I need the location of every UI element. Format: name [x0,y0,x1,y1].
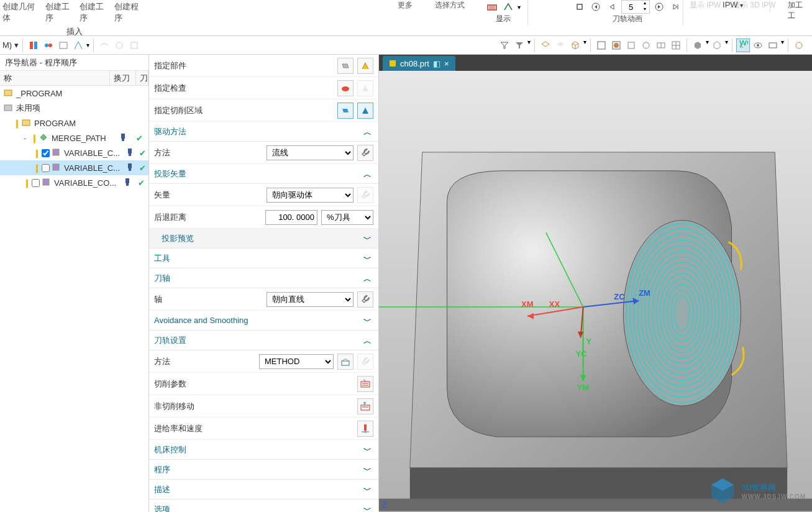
svg-point-29 [796,42,802,48]
skip-fwd-icon[interactable] [668,0,682,14]
tool-section[interactable]: 工具﹀ [149,249,378,268]
tb-icon-2[interactable] [42,39,55,52]
skip-back-icon[interactable] [589,0,603,14]
display-icon-2[interactable] [501,0,515,14]
feed-label: 进给率和速度 [154,423,354,434]
highlight-icon[interactable] [357,58,373,74]
spin-down-icon[interactable]: ▾ [641,7,649,13]
tree-row[interactable]: ❙VARIABLE_C...✔ [0,160,148,175]
dropdown-arrow-icon[interactable]: ▾ [518,4,521,11]
program-section[interactable]: 程序﹀ [149,460,378,480]
cut-params-icon[interactable] [357,376,373,392]
cube-icon[interactable] [568,39,582,52]
dropdown-arrow-icon[interactable]: ▾ [740,2,743,9]
solid-icon[interactable] [691,39,705,52]
svg-rect-58 [390,60,396,66]
clip-icon[interactable] [766,39,780,52]
warning-icon: ❙ [31,134,38,143]
wrench-icon[interactable] [357,145,373,161]
view-icon-3[interactable] [654,39,668,52]
col-name[interactable]: 称 [0,71,110,85]
item-checkbox[interactable] [42,164,50,172]
check-body-icon[interactable] [337,80,354,96]
more-label[interactable]: 更多 [398,0,413,11]
feed-speed-icon[interactable] [357,421,373,437]
options-section[interactable]: 选项﹀ [149,500,378,512]
tab-close-icon[interactable]: × [444,59,449,68]
shade-icon[interactable] [609,39,623,52]
item-checkbox[interactable] [32,179,40,187]
dropdown-arrow-icon[interactable]: ▾ [527,39,531,52]
expand-toggle-icon[interactable]: - [24,134,31,143]
tb-icon-3[interactable] [57,39,70,52]
tree-row[interactable]: ❙VARIABLE_CO...✔ [0,175,148,190]
drive-method-section[interactable]: 驱动方法︿ [149,122,378,142]
item-checkbox[interactable] [42,149,50,157]
tb-icon-1[interactable] [27,39,40,52]
select-method-label[interactable]: 选择方式 [435,0,465,11]
end-icon[interactable] [792,39,806,52]
dropdown-arrow-icon[interactable]: ▾ [583,39,586,52]
filter-icon-2[interactable] [513,39,526,52]
vector-select[interactable]: 朝向驱动体 [267,188,354,203]
part-icon[interactable] [337,58,354,74]
wrench-icon[interactable] [357,291,373,308]
file-tab[interactable]: ch08.prt ◧ × [383,56,455,71]
retract-input[interactable] [265,210,317,225]
description-section[interactable]: 描述﹀ [149,480,378,500]
display-icon[interactable] [485,0,499,14]
dropdown-arrow-icon[interactable]: ▾ [86,42,89,48]
eye-icon[interactable] [751,39,765,52]
anim-step-spinner[interactable]: ▴▾ [621,0,650,14]
dropdown-arrow-icon[interactable]: ▾ [725,39,728,52]
avoidance-section[interactable]: Avoidance and Smoothing﹀ [149,311,378,331]
stop-icon[interactable] [573,0,586,14]
solid-icon-2[interactable] [710,39,724,52]
view-tab-bar: ch08.prt ◧ × [379,55,812,71]
tree-row[interactable]: _PROGRAM [0,86,148,101]
view-icon-1[interactable] [624,39,638,52]
filter-icon[interactable] [498,39,511,52]
tree-row[interactable]: ❙PROGRAM [0,116,148,130]
program-navigator: 序导航器 - 程序顺序 称 换刀 刀 _PROGRAM未用项❙PROGRAM-❙… [0,55,149,512]
wire-icon[interactable] [595,39,608,52]
tb-icon-4[interactable] [71,39,85,52]
tree-row[interactable]: 未用项 [0,101,148,116]
svg-point-44 [342,86,349,91]
col-tool[interactable]: 换刀 [110,71,136,85]
view-icon-4[interactable] [669,39,683,52]
ribbon-item[interactable]: 创建几何体 [2,1,43,24]
ribbon-item[interactable]: 创建工序 [80,1,112,24]
highlight-icon[interactable] [357,103,373,119]
tool-axis-section[interactable]: 刀轴︿ [149,268,378,288]
noncut-move-icon[interactable] [357,398,373,414]
proj-vector-section[interactable]: 投影矢量︿ [149,164,378,184]
machine-ctrl-section[interactable]: 机床控制﹀ [149,440,378,460]
path-settings-section[interactable]: 刀轨设置︿ [149,331,378,350]
svg-text:Y: Y [586,337,592,346]
graphics-view[interactable]: ch08.prt ◧ × [379,55,812,512]
dropdown-arrow-icon[interactable]: ▾ [781,39,784,52]
ribbon-item[interactable]: 创建程序 [114,1,147,24]
anim-step-input[interactable] [622,1,641,13]
method-edit-icon[interactable] [337,354,354,370]
layer-icon[interactable] [539,39,552,52]
svg-rect-34 [122,139,124,141]
wcs-icon[interactable]: WCS [736,39,750,52]
dropdown-arrow-icon[interactable]: ▾ [706,39,709,52]
axis-select[interactable]: 朝向直线 [267,292,354,307]
tree-row[interactable]: -❙MERGE_PATH✔ [0,130,148,145]
col-x[interactable]: 刀 [136,71,148,85]
play-icon[interactable] [652,0,666,14]
proj-preview-section[interactable]: 投影预览﹀ [149,229,378,249]
play-back-icon[interactable] [605,0,619,14]
cut-region-icon[interactable] [337,103,354,119]
canvas[interactable]: XM XX ZC ZM Y YC YM Z 3D世界网 [379,71,812,512]
tree-row[interactable]: ❙VARIABLE_C...✔ [0,145,148,160]
menu-m[interactable]: M) ▾ [2,40,19,50]
method2-select[interactable]: METHOD [259,354,334,369]
retract-unit-select[interactable]: %刀具 [321,210,373,225]
method-select[interactable]: 流线 [267,145,354,160]
view-icon-2[interactable] [639,39,653,52]
ribbon-item[interactable]: 创建工序 [45,1,78,24]
